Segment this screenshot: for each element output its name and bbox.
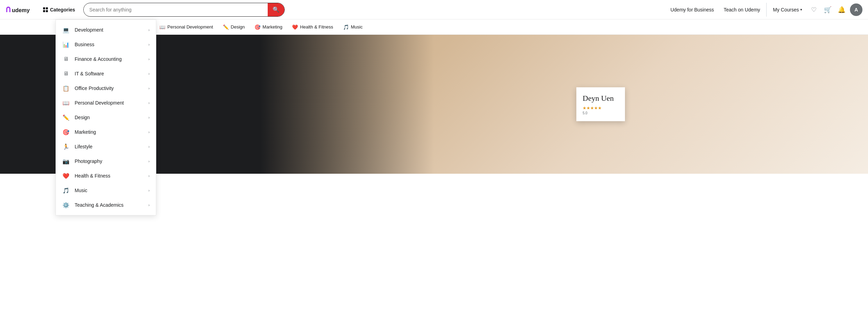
dropdown-arrow-marketing: › [148,130,150,134]
dropdown-label-development: Development [75,27,143,33]
dropdown-label-marketing: Marketing [75,129,143,135]
my-courses-button[interactable]: My Courses ▾ [768,7,807,13]
dropdown-arrow-business: › [148,42,150,47]
chevron-down-icon: ▾ [800,8,802,11]
avatar-letter: A [854,7,858,13]
cat-nav-item-music[interactable]: 🎵Music [338,19,368,34]
dropdown-item-business[interactable]: 📊 Business › [56,37,156,52]
cat-nav-icon: ✏️ [223,24,229,30]
hero-card-rating: 5.0 [583,111,619,115]
cat-nav-label: Health & Fitness [300,24,333,30]
dropdown-icon-office: 📋 [62,84,70,92]
dropdown-label-photography: Photography [75,158,143,164]
dropdown-item-design[interactable]: ✏️ Design › [56,110,156,125]
grid-icon [43,7,48,12]
wishlist-button[interactable]: ♡ [807,3,821,17]
hero-card-signature: Deyn Uen [583,94,619,103]
dropdown-icon-photography: 📷 [62,157,70,165]
cat-nav-icon: ❤️ [292,24,298,30]
dropdown-arrow-personal: › [148,101,150,105]
dropdown-icon-it-software: 🖥 [62,70,70,77]
heart-icon: ♡ [811,6,817,14]
categories-dropdown: 💻 Development › 📊 Business › 🖥 Finance &… [56,19,156,174]
svg-text:udemy: udemy [12,7,30,13]
dropdown-label-office: Office Productivity [75,85,143,91]
dropdown-label-business: Business [75,42,143,47]
dropdown-icon-design: ✏️ [62,114,70,121]
cat-nav-item-marketing[interactable]: 🎯Marketing [250,19,287,34]
dropdown-icon-development: 💻 [62,26,70,34]
logo[interactable]: udemy [6,4,33,15]
nav-links: Udemy for Business Teach on Udemy My Cou… [666,3,862,17]
cart-icon: 🛒 [824,6,832,14]
dropdown-icon-personal: 📖 [62,99,70,107]
dropdown-icon-marketing: 🎯 [62,128,70,136]
cat-nav-item-health-&-fitness[interactable]: ❤️Health & Fitness [287,19,338,34]
dropdown-arrow-design: › [148,115,150,120]
dropdown-item-development[interactable]: 💻 Development › [56,23,156,37]
dropdown-arrow-it-software: › [148,72,150,76]
dropdown-arrow-photography: › [148,159,150,163]
dropdown-item-photography[interactable]: 📷 Photography › [56,154,156,169]
search-icon: 🔍 [273,6,279,13]
search-bar: 🔍 [83,3,285,17]
cat-nav-item-personal-development[interactable]: 📖Personal Development [155,19,218,34]
dropdown-menu-panel: 💻 Development › 📊 Business › 🖥 Finance &… [56,19,156,174]
categories-button[interactable]: Categories [39,0,79,19]
dropdown-item-marketing[interactable]: 🎯 Marketing › [56,125,156,139]
dropdown-item-finance[interactable]: 🖥 Finance & Accounting › [56,52,156,66]
cat-nav-label: Design [231,24,245,30]
udemy-for-business-link[interactable]: Udemy for Business [666,7,719,13]
cat-nav-icon: 🎯 [254,24,260,30]
dropdown-icon-business: 📊 [62,41,70,48]
hero-card: Deyn Uen ★★★★★ 5.0 [576,88,625,121]
dropdown-label-it-software: IT & Software [75,71,143,76]
cat-nav-label: Music [351,24,363,30]
dropdown-icon-finance: 🖥 [62,55,70,63]
dropdown-item-lifestyle[interactable]: 🏃 Lifestyle › [56,139,156,154]
dropdown-item-it-software[interactable]: 🖥 IT & Software › [56,66,156,81]
cat-nav-label: Personal Development [167,24,213,30]
bell-icon: 🔔 [838,6,845,14]
dropdown-arrow-finance: › [148,57,150,61]
dropdown-label-lifestyle: Lifestyle [75,144,143,149]
dropdown-label-health: Health & Fitness [75,173,143,174]
dropdown-label-design: Design [75,115,143,120]
notifications-button[interactable]: 🔔 [835,3,849,17]
dropdown-arrow-development: › [148,28,150,32]
search-input[interactable] [84,7,268,13]
categories-label: Categories [50,7,75,13]
hero-card-stars: ★★★★★ [583,106,619,110]
dropdown-item-personal[interactable]: 📖 Personal Development › [56,96,156,110]
navbar: udemy Categories 🔍 Udemy for Business Te… [0,0,868,19]
dropdown-item-office[interactable]: 📋 Office Productivity › [56,81,156,96]
dropdown-label-finance: Finance & Accounting [75,56,143,62]
cat-nav-item-design[interactable]: ✏️Design [218,19,250,34]
cat-nav-icon: 📖 [159,24,165,30]
nav-divider [766,3,767,17]
my-courses-label: My Courses [773,7,799,13]
cart-button[interactable]: 🛒 [821,3,835,17]
dropdown-label-personal: Personal Development [75,100,143,106]
teach-on-udemy-link[interactable]: Teach on Udemy [719,7,765,13]
dropdown-item-health[interactable]: ❤️ Health & Fitness › [56,169,156,174]
dropdown-icon-lifestyle: 🏃 [62,143,70,150]
dropdown-icon-health: ❤️ [62,172,70,174]
cat-nav-label: Marketing [262,24,282,30]
dropdown-arrow-office: › [148,86,150,90]
cat-nav-icon: 🎵 [343,24,349,30]
dropdown-arrow-lifestyle: › [148,145,150,149]
search-button[interactable]: 🔍 [268,3,284,16]
user-avatar[interactable]: A [850,3,862,16]
